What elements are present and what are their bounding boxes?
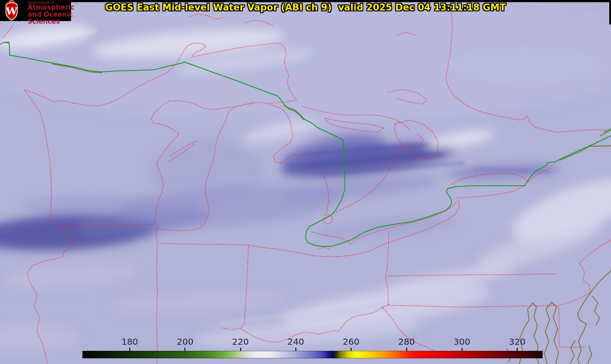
uw-crest-icon: W [0,0,24,21]
logo-text: Department of Atmospheric and Oceanic Sc… [28,1,75,25]
colorbar-tick-label: 200 [170,336,200,347]
image-title: GOES East Mid-level Water Vapor (ABI ch … [105,2,506,13]
colorbar-tick-label: 300 [447,336,477,347]
crest-monogram: W [6,5,18,17]
colorbar-tick-label: 260 [336,336,366,347]
colorbar-tick [240,348,241,351]
colorbar-tick [406,348,407,351]
colorbar-tick [185,348,185,351]
edge-border-strip [609,0,611,25]
uw-aos-logo: W Department of Atmospheric and Oceanic … [0,0,71,21]
colorbar-tick [295,348,296,351]
colorbar-tick-label: 320 [502,336,533,347]
colorbar-tick-label: 220 [225,336,256,347]
water-vapor-imagery [0,0,611,364]
logo-line2: and Oceanic Sciences [28,11,75,25]
colorbar-tick [351,348,352,351]
temperature-colorbar [82,351,543,358]
satellite-image-viewer: W Department of Atmospheric and Oceanic … [0,0,611,364]
colorbar-tick-label: 280 [391,336,422,347]
colorbar-tick-label: 180 [114,336,145,347]
colorbar-tick [517,348,518,351]
colorbar-tick-label: 240 [281,336,311,347]
colorbar-tick [129,348,130,351]
colorbar-tick [462,348,462,351]
